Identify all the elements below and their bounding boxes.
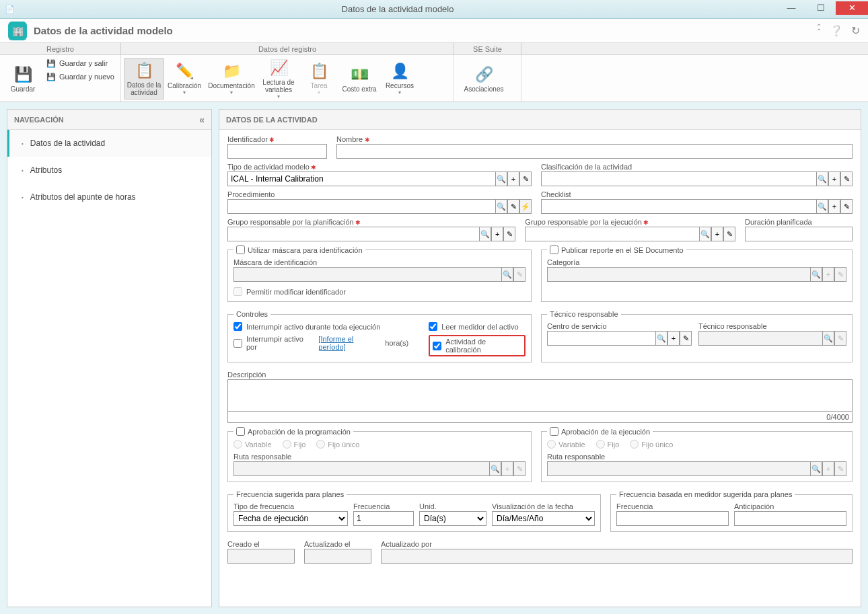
identificador-input[interactable]	[227, 144, 327, 159]
nav-collapse-icon[interactable]: «	[199, 114, 205, 125]
collapse-icon[interactable]: ⌃⌃	[816, 24, 822, 37]
doc-icon: 📄	[0, 5, 19, 14]
duracion-label: Duración planificada	[745, 218, 853, 226]
calibracion-button[interactable]: ✏️ Calibración ▾	[164, 58, 205, 100]
maximize-button[interactable]: ☐	[806, 1, 836, 15]
save-exit-icon: 💾	[46, 58, 57, 69]
fijo-radio	[283, 440, 291, 449]
aprob-ejec-checkbox[interactable]	[550, 427, 558, 436]
interrumpir-toda-checkbox[interactable]	[233, 322, 242, 331]
identificador-label: Identificador	[227, 135, 327, 143]
frecuencia-input[interactable]	[353, 511, 414, 526]
help-icon[interactable]: ❔	[830, 24, 843, 37]
chevron-down-icon: ▾	[398, 89, 401, 95]
permitir-modificar-checkbox	[233, 287, 242, 296]
leer-medidor-checkbox[interactable]	[429, 322, 437, 331]
interrumpir-por-checkbox[interactable]	[233, 339, 242, 348]
lectura-variables-button[interactable]: 📈 Lectura de variables ▾	[258, 58, 299, 100]
clear-icon[interactable]: ✎	[503, 227, 515, 241]
documentacion-button[interactable]: 📁 Documentación ▾	[205, 58, 258, 100]
asociaciones-button[interactable]: 🔗 Asociaciones	[457, 58, 511, 100]
clear-icon[interactable]: ✎	[840, 199, 853, 214]
document-icon: 📋	[133, 61, 155, 80]
clasificacion-label: Clasificación de la actividad	[541, 163, 853, 171]
tecnico-resp-input	[698, 331, 822, 346]
chart-icon: 📈	[268, 59, 289, 77]
add-icon[interactable]: +	[711, 227, 723, 241]
ruta-ejec-input	[547, 461, 810, 476]
costo-extra-button[interactable]: 💵 Costo extra	[339, 58, 379, 100]
folder-icon: 📁	[221, 62, 242, 81]
datos-actividad-button[interactable]: 📋 Datos de la actividad	[124, 58, 164, 100]
tab-datos-registro[interactable]: Datos del registro	[121, 43, 454, 54]
checklist-input[interactable]	[541, 199, 816, 214]
fijo-unico-radio-2	[630, 440, 639, 449]
nav-item-datos-actividad[interactable]: Datos de la actividad	[7, 130, 211, 157]
guardar-button[interactable]: 💾 Guardar	[3, 58, 43, 100]
tipo-actividad-input[interactable]	[227, 171, 495, 186]
page-title: Datos de la actividad modelo	[34, 25, 173, 36]
tab-registro[interactable]: Registro	[0, 43, 121, 54]
add-icon[interactable]: +	[667, 331, 680, 346]
minimize-button[interactable]: —	[776, 1, 806, 15]
clear-icon: ✎	[834, 267, 846, 282]
search-icon: 🔍	[501, 267, 513, 282]
visualizacion-select[interactable]: Día/Mes/Año	[492, 511, 595, 526]
add-icon[interactable]: +	[828, 199, 840, 214]
clasificacion-input[interactable]	[541, 171, 816, 186]
guardar-salir-button[interactable]: 💾 Guardar y salir	[46, 58, 114, 69]
wand-icon[interactable]: ✎	[507, 199, 519, 214]
recursos-button[interactable]: 👤 Recursos ▾	[379, 58, 420, 100]
anticipacion-input[interactable]	[734, 511, 846, 526]
desc-counter: 0/4000	[227, 412, 853, 423]
clear-icon[interactable]: ✎	[723, 227, 735, 241]
centro-servicio-input[interactable]	[547, 331, 655, 346]
tab-se-suite[interactable]: SE Suite	[454, 43, 521, 54]
add-icon[interactable]: +	[828, 171, 840, 186]
categoria-input	[547, 267, 810, 282]
tipo-freq-select[interactable]: Fecha de ejecución	[233, 511, 348, 526]
resources-icon: 👤	[389, 62, 410, 81]
freq-medidor-input[interactable]	[616, 511, 729, 526]
search-icon: 🔍	[810, 267, 822, 282]
nav-item-atributos-horas[interactable]: Atributos del apunte de horas	[7, 184, 211, 210]
nav-item-atributos[interactable]: Atributos	[7, 157, 211, 184]
nav-header: NAVEGACIÓN	[14, 116, 64, 124]
procedimiento-label: Procedimiento	[227, 190, 532, 198]
clear-icon[interactable]: ✎	[840, 171, 853, 186]
procedimiento-input[interactable]	[227, 199, 495, 214]
publicar-checkbox[interactable]	[550, 245, 558, 254]
ruta-label-2: Ruta responsable	[547, 453, 846, 461]
informe-periodo-link[interactable]: [Informe el período]	[318, 335, 381, 351]
refresh-icon[interactable]: ↻	[851, 24, 860, 37]
search-icon[interactable]: 🔍	[816, 199, 828, 214]
aprob-prog-checkbox[interactable]	[236, 427, 245, 436]
app-icon: 🏢	[8, 22, 27, 40]
search-icon[interactable]: 🔍	[479, 227, 491, 241]
search-icon[interactable]: 🔍	[495, 171, 507, 186]
duracion-input[interactable]	[745, 227, 853, 241]
close-button[interactable]: ✕	[836, 1, 868, 15]
pencil-icon: ✏️	[174, 62, 195, 81]
search-icon[interactable]: 🔍	[495, 199, 507, 214]
search-icon[interactable]: 🔍	[699, 227, 711, 241]
clear-icon: ✎	[834, 331, 846, 346]
add-icon: +	[822, 461, 834, 476]
search-icon[interactable]: 🔍	[655, 331, 667, 346]
add-icon[interactable]: +	[507, 171, 519, 186]
save-new-icon: 💾	[46, 71, 57, 82]
clear-icon[interactable]: ✎	[519, 171, 532, 186]
chevron-down-icon: ▾	[318, 89, 320, 95]
descripcion-textarea[interactable]	[227, 379, 853, 412]
grupo-ejec-input[interactable]	[525, 227, 699, 241]
guardar-nuevo-button[interactable]: 💾 Guardar y nuevo	[46, 71, 114, 82]
add-icon[interactable]: +	[491, 227, 503, 241]
actividad-cal-checkbox[interactable]	[433, 342, 441, 350]
mascara-checkbox[interactable]	[236, 245, 245, 254]
nombre-input[interactable]	[336, 144, 853, 159]
search-icon[interactable]: 🔍	[816, 171, 828, 186]
descripcion-label: Descripción	[227, 371, 853, 379]
clear-icon[interactable]: ✎	[680, 331, 692, 346]
grupo-planif-input[interactable]	[227, 227, 479, 241]
unid-select[interactable]: Día(s)	[419, 511, 486, 526]
